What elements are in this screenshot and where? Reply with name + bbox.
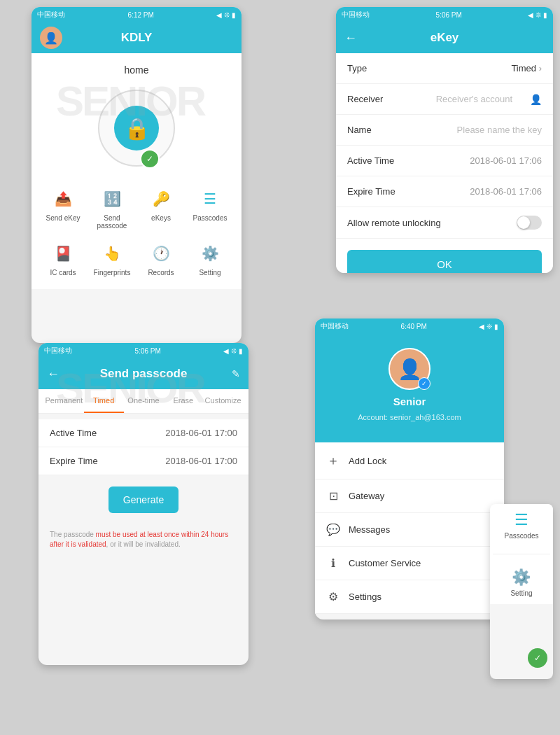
warning-text: The passcode must be used at least once … bbox=[38, 524, 248, 555]
send-passcode-icon: 🔢 bbox=[99, 186, 125, 211]
back-button-3[interactable]: ← bbox=[47, 367, 59, 382]
expire-time-label: Expire Time bbox=[347, 186, 396, 197]
edit-button[interactable]: ✎ bbox=[232, 368, 240, 379]
add-lock-label: Add Lock bbox=[349, 456, 386, 466]
tab-onetime[interactable]: One-time bbox=[124, 389, 164, 413]
partial-menu: ☰ Passcodes ⚙️ Setting bbox=[490, 504, 553, 604]
remote-unlock-row: Allow remote unlocking bbox=[336, 207, 553, 239]
menu-ic-cards[interactable]: 🎴 IC cards bbox=[38, 235, 88, 282]
expire-time-label-3: Expire Time bbox=[50, 456, 98, 466]
passcode-tabs: Permanent Timed One-time Erase Customize bbox=[38, 389, 248, 414]
ok-button[interactable]: OK bbox=[347, 250, 542, 273]
menu-send-passcode[interactable]: 🔢 Send passcode bbox=[88, 181, 136, 235]
passcode-form: Active Time 2018-06-01 17:00 Expire Time… bbox=[38, 419, 248, 475]
menu-send-ekey[interactable]: 📤 Send eKey bbox=[38, 181, 88, 235]
partial-passcodes[interactable]: ☰ Passcodes bbox=[505, 511, 539, 540]
settings-icon: ⚙ bbox=[326, 590, 340, 603]
carrier-4: 中国移动 bbox=[321, 321, 349, 331]
records-icon: 🕐 bbox=[148, 241, 174, 266]
status-bar-2: 中国移动 5:06 PM ◀ ❊ ▮ bbox=[336, 7, 553, 22]
carrier-2: 中国移动 bbox=[342, 10, 370, 20]
top-bar-2: ← eKey bbox=[336, 22, 553, 53]
time-1: 6:12 PM bbox=[128, 11, 154, 19]
menu-records[interactable]: 🕐 Records bbox=[136, 235, 186, 282]
tab-timed[interactable]: Timed bbox=[84, 389, 124, 413]
menu-settings[interactable]: ⚙ Settings bbox=[315, 580, 504, 614]
ekeys-label: eKeys bbox=[151, 214, 171, 222]
expire-time-row-3: Expire Time 2018-06-01 17:00 bbox=[38, 447, 248, 475]
menu-messages[interactable]: 💬 Messages bbox=[315, 513, 504, 547]
screen-ekey: 中国移动 5:06 PM ◀ ❊ ▮ ← eKey Type Timed Rec… bbox=[336, 7, 553, 273]
receiver-label: Receiver bbox=[347, 94, 383, 104]
avatar-1[interactable]: 👤 bbox=[40, 27, 62, 49]
partial-setting[interactable]: ⚙️ Setting bbox=[510, 568, 532, 597]
setting-label: Setting bbox=[199, 269, 220, 276]
profile-menu-list: ＋ Add Lock ⊡ Gateway 💬 Messages ℹ Custom… bbox=[315, 442, 504, 614]
generate-button[interactable]: Generate bbox=[108, 486, 178, 513]
tab-permanent[interactable]: Permanent bbox=[44, 389, 84, 413]
home-content: home 🔒 ✓ 📤 Send eKey 🔢 Send passcode 🔑 e… bbox=[31, 53, 241, 289]
signal-3: ◀ ❊ ▮ bbox=[223, 347, 243, 355]
messages-icon: 💬 bbox=[326, 523, 340, 536]
signal-1: ◀ ❊ ▮ bbox=[216, 11, 236, 19]
receiver-input[interactable] bbox=[400, 94, 512, 104]
ic-cards-label: IC cards bbox=[50, 269, 76, 276]
active-time-row: Active Time 2018-06-01 17:06 bbox=[336, 146, 553, 176]
screen-send-passcode: 中国移动 5:06 PM ◀ ❊ ▮ ← Send passcode ✎ Per… bbox=[38, 343, 248, 665]
type-label: Type bbox=[347, 63, 367, 74]
active-time-value: 2018-06-01 17:06 bbox=[470, 155, 542, 166]
partial-setting-label: Setting bbox=[510, 589, 532, 597]
ekeys-icon: 🔑 bbox=[148, 186, 174, 211]
menu-customer-service[interactable]: ℹ Customer Service bbox=[315, 547, 504, 580]
add-lock-icon: ＋ bbox=[326, 452, 340, 469]
time-3: 5:06 PM bbox=[135, 347, 161, 355]
menu-ekeys[interactable]: 🔑 eKeys bbox=[136, 181, 186, 235]
menu-add-lock[interactable]: ＋ Add Lock bbox=[315, 442, 504, 479]
generate-btn-container: Generate bbox=[38, 486, 248, 513]
remote-unlock-toggle[interactable] bbox=[517, 216, 542, 230]
lock-icon: 🔒 bbox=[114, 106, 159, 150]
profile-account: Account: senior_ah@163.com bbox=[358, 413, 461, 421]
name-label: Name bbox=[347, 125, 372, 135]
screen-partial-right: ☰ Passcodes ⚙️ Setting ✓ bbox=[490, 504, 553, 679]
status-bar-1: 中国移动 6:12 PM ◀ ❊ ▮ bbox=[31, 7, 241, 22]
menu-gateway[interactable]: ⊡ Gateway bbox=[315, 479, 504, 513]
tab-customize[interactable]: Customize bbox=[203, 389, 243, 413]
ekey-title: eKey bbox=[430, 31, 459, 45]
menu-passcodes[interactable]: ☰ Passcodes bbox=[186, 181, 234, 235]
status-dot: ✓ bbox=[140, 149, 160, 169]
fingerprints-icon: 👆 bbox=[99, 241, 125, 266]
send-ekey-label: Send eKey bbox=[46, 214, 80, 222]
warning-end: , or it will be invalidated. bbox=[106, 540, 181, 548]
tab-erase[interactable]: Erase bbox=[163, 389, 203, 413]
carrier-1: 中国移动 bbox=[37, 10, 65, 20]
screen5-green-dot: ✓ bbox=[528, 648, 547, 668]
passcodes-icon: ☰ bbox=[197, 186, 223, 211]
verified-icon: ✓ bbox=[418, 377, 430, 390]
lock-circle[interactable]: 🔒 ✓ bbox=[98, 90, 175, 167]
profile-name: Senior bbox=[393, 396, 426, 407]
back-button-2[interactable]: ← bbox=[344, 31, 357, 46]
customer-service-icon: ℹ bbox=[326, 556, 340, 570]
receiver-row[interactable]: Receiver 👤 bbox=[336, 84, 553, 115]
active-time-row-3: Active Time 2018-06-01 17:00 bbox=[38, 419, 248, 447]
fingerprints-label: Fingerprints bbox=[94, 269, 131, 276]
menu-fingerprints[interactable]: 👆 Fingerprints bbox=[88, 235, 136, 282]
name-row[interactable]: Name bbox=[336, 115, 553, 146]
screen-profile-menu: 中国移动 6:40 PM ◀ ❊ ▮ 👤 ✓ Senior Account: s… bbox=[315, 318, 504, 620]
active-time-label: Active Time bbox=[347, 155, 394, 166]
messages-label: Messages bbox=[349, 524, 390, 535]
type-value: Timed bbox=[511, 63, 542, 74]
menu-setting[interactable]: ⚙️ Setting bbox=[186, 235, 234, 282]
profile-avatar: 👤 ✓ bbox=[388, 348, 430, 390]
name-input[interactable] bbox=[430, 125, 542, 135]
type-row[interactable]: Type Timed bbox=[336, 53, 553, 84]
send-ekey-icon: 📤 bbox=[50, 186, 76, 211]
active-time-value-3: 2018-06-01 17:00 bbox=[165, 428, 237, 438]
app-title: KDLY bbox=[121, 31, 153, 45]
top-bar-3: ← Send passcode ✎ bbox=[38, 358, 248, 389]
screen-kdly-home: 中国移动 6:12 PM ◀ ❊ ▮ 👤 KDLY home 🔒 ✓ 📤 Sen… bbox=[31, 7, 241, 343]
partial-passcodes-label: Passcodes bbox=[505, 532, 539, 540]
home-label: home bbox=[124, 64, 148, 76]
setting-icon: ⚙️ bbox=[197, 241, 223, 266]
